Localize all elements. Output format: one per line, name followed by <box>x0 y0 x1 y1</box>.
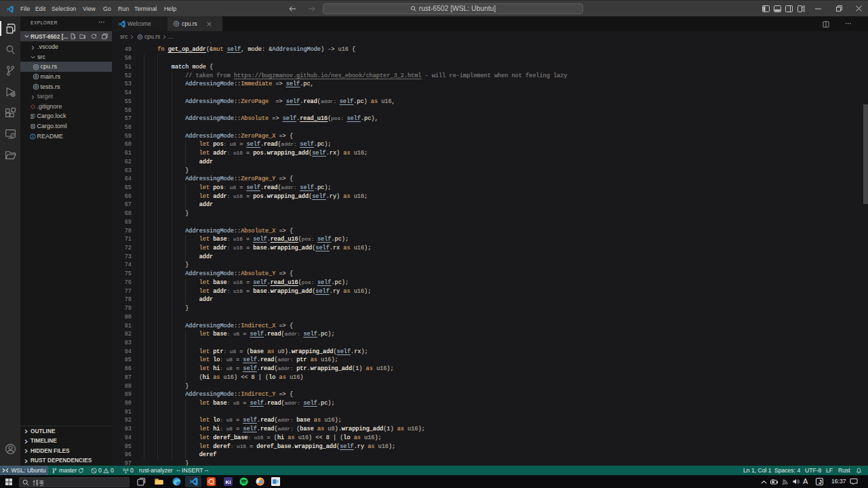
svg-text:Ki: Ki <box>226 479 231 485</box>
